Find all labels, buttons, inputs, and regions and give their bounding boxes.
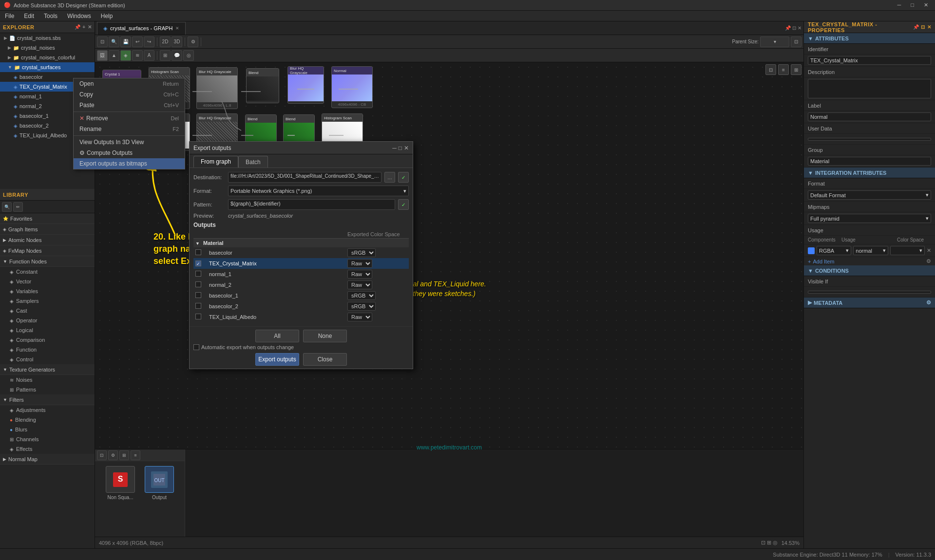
attributes-section-header[interactable]: ▼ ATTRIBUTES <box>804 33 935 44</box>
tree-crystal-noises-colorful[interactable]: ▶ 📁 crystal_noises_colorful <box>0 53 95 62</box>
description-textarea[interactable] <box>808 79 931 98</box>
new-icon[interactable]: + <box>82 24 85 30</box>
tab-from-graph[interactable]: From graph <box>193 156 238 168</box>
component-dropdown[interactable]: RGBA ▾ <box>817 246 851 255</box>
metadata-section-header[interactable]: ▶ METADATA ⚙ <box>804 298 935 308</box>
lib-item-constant[interactable]: ◈Constant <box>0 267 95 277</box>
output-checkbox[interactable] <box>195 314 201 319</box>
output-cs-select[interactable]: Raw <box>347 313 372 321</box>
sidebar-item-normal-map[interactable]: ▶ Normal Map <box>0 454 95 465</box>
gradient-btn[interactable]: ≋ <box>132 50 143 61</box>
window-prop-icon[interactable]: ⊡ <box>921 24 925 30</box>
lib-item-channels[interactable]: ⊞Channels <box>0 434 95 444</box>
lib-item-logical[interactable]: ◈Logical <box>0 325 95 335</box>
remove-usage-icon[interactable]: ✕ <box>927 247 931 254</box>
preview-tb-btn4[interactable]: ≡ <box>131 450 140 460</box>
tree-crystal-noises[interactable]: ▶ 📁 crystal_noises <box>0 43 95 53</box>
sidebar-item-fxmap-nodes[interactable]: ◈ FxMap Nodes <box>0 245 95 256</box>
lib-item-comparison[interactable]: ◈Comparison <box>0 335 95 345</box>
sidebar-item-atomic-nodes[interactable]: ▶ Atomic Nodes <box>0 235 95 245</box>
node-output-r1[interactable]: Normal 4096x4096 - CB <box>331 66 373 108</box>
pin-prop-icon[interactable]: 📌 <box>913 24 919 30</box>
user-data-input[interactable] <box>808 138 931 141</box>
nav-btn[interactable]: ◎ <box>183 50 194 61</box>
close-btn[interactable]: ✕ <box>921 2 931 8</box>
lib-item-samplers[interactable]: ◈Samplers <box>0 296 95 306</box>
dialog-maximize-btn[interactable]: □ <box>399 145 402 151</box>
dialog-close-btn[interactable]: ✕ <box>404 145 409 151</box>
comp-btn[interactable]: ◈ <box>120 50 131 61</box>
save-btn[interactable]: 💾 <box>120 37 131 47</box>
add-item-row[interactable]: + Add Item ⚙ <box>804 257 935 265</box>
pin-tab-icon[interactable]: 📌 <box>785 25 791 31</box>
tree-crystal-surfaces[interactable]: ▼ 📁 crystal_surfaces <box>0 62 95 72</box>
close-panel-icon[interactable]: ✕ <box>798 25 801 31</box>
lib-item-variables[interactable]: ◈Variables <box>0 286 95 296</box>
ctx-view-3d[interactable]: View Outputs In 3D View <box>74 137 185 148</box>
sidebar-item-graph-items[interactable]: ◈ Graph Items <box>0 224 95 235</box>
visible-if-input[interactable] <box>808 291 931 294</box>
destination-ok-btn[interactable]: ✓ <box>398 172 409 183</box>
menu-edit[interactable]: Edit <box>19 12 39 20</box>
lib-item-cast[interactable]: ◈Cast <box>0 306 95 316</box>
cs-dropdown[interactable]: ▾ <box>890 246 925 255</box>
comment-btn[interactable]: 💬 <box>172 50 182 61</box>
graph-tab-crystal[interactable]: ◈ crystal_surfaces - GRAPH ✕ <box>97 22 186 35</box>
graph-icon-1[interactable]: ⊡ <box>765 64 776 75</box>
lib-item-patterns[interactable]: ⊞Patterns <box>0 385 95 394</box>
output-checkbox[interactable] <box>195 292 201 298</box>
view-3d-btn[interactable]: 3D <box>172 37 182 47</box>
graph-icon-2[interactable]: ≡ <box>778 64 789 75</box>
output-checkbox[interactable] <box>195 249 201 255</box>
format-dropdown[interactable]: Default Format ▾ <box>808 190 931 200</box>
ctx-compute[interactable]: ⚙ Compute Outputs <box>74 148 185 158</box>
lib-item-blending[interactable]: ●Blending <box>0 415 95 425</box>
tab-batch[interactable]: Batch <box>238 156 268 168</box>
output-cs-select[interactable]: sRGB <box>347 291 376 300</box>
svg-btn[interactable]: ▲ <box>109 50 119 61</box>
lib-item-control[interactable]: ◈Control <box>0 355 95 364</box>
none-btn[interactable]: None <box>303 330 347 342</box>
lib-search-btn[interactable]: 🔍 <box>2 202 12 212</box>
mipmaps-dropdown[interactable]: Full pyramid ▾ <box>808 214 931 223</box>
parent-size-link[interactable]: ⊡ <box>791 37 801 47</box>
close-explorer-icon[interactable]: ✕ <box>88 24 92 30</box>
integration-section-header[interactable]: ▼ INTEGRATION ATTRIBUTES <box>804 168 935 178</box>
output-cs-select[interactable]: sRGB <box>347 302 376 311</box>
menu-help[interactable]: Help <box>96 12 118 20</box>
lib-item-adjustments[interactable]: ◈Adjustments <box>0 405 95 415</box>
menu-tools[interactable]: Tools <box>39 12 62 20</box>
title-bar-controls[interactable]: ─ □ ✕ <box>895 2 931 8</box>
close-dialog-btn[interactable]: Close <box>303 353 347 366</box>
close-prop-icon[interactable]: ✕ <box>927 24 932 30</box>
ctx-remove[interactable]: ✕ Remove Del <box>74 113 185 124</box>
output-checkbox[interactable] <box>195 271 201 277</box>
group-input[interactable]: Material <box>808 157 931 166</box>
compute-btn[interactable]: ⚙ <box>188 37 198 47</box>
output-node[interactable]: OUT Output <box>145 466 174 500</box>
minimize-btn[interactable]: ─ <box>895 2 904 8</box>
view-2d-btn[interactable]: 2D <box>160 37 171 47</box>
menu-windows[interactable]: Windows <box>62 12 96 20</box>
destination-input[interactable]: file:///H:/Art/2023/5D_3D/001_ShapeRitua… <box>228 172 382 183</box>
ctx-open[interactable]: Open Return <box>74 78 185 89</box>
ctx-rename[interactable]: Rename F2 <box>74 124 185 134</box>
lib-item-blurs[interactable]: ●Blurs <box>0 425 95 434</box>
pattern-input[interactable]: $(graph)_$(identifier) <box>228 199 395 210</box>
sidebar-item-filters[interactable]: ▼ Filters <box>0 394 95 405</box>
lib-item-function[interactable]: ◈Function <box>0 345 95 355</box>
usage-dropdown[interactable]: normal ▾ <box>853 246 888 255</box>
node-blur-hq[interactable]: Blur HQ Grayscale 4096x4096 - L.8 <box>196 67 238 109</box>
node-normal-out[interactable]: Blur HQ Grayscale <box>287 66 324 104</box>
font-btn[interactable]: A <box>144 50 154 61</box>
destination-browse-btn[interactable]: … <box>384 172 395 183</box>
format-select[interactable]: Portable Network Graphics (*.png) ▾ <box>228 186 409 196</box>
metadata-gear-icon[interactable]: ⚙ <box>926 299 931 306</box>
lib-item-effects[interactable]: ◈Effects <box>0 444 95 454</box>
maximize-btn[interactable]: □ <box>908 2 917 8</box>
ctx-export[interactable]: Export outputs as bitmaps <box>74 158 185 169</box>
menu-file[interactable]: File <box>0 12 19 20</box>
zoom-fit-btn[interactable]: ⊡ <box>97 37 108 47</box>
dialog-minimize-btn[interactable]: ─ <box>392 145 397 151</box>
sidebar-item-function-nodes[interactable]: ▼ Function Nodes <box>0 256 95 267</box>
